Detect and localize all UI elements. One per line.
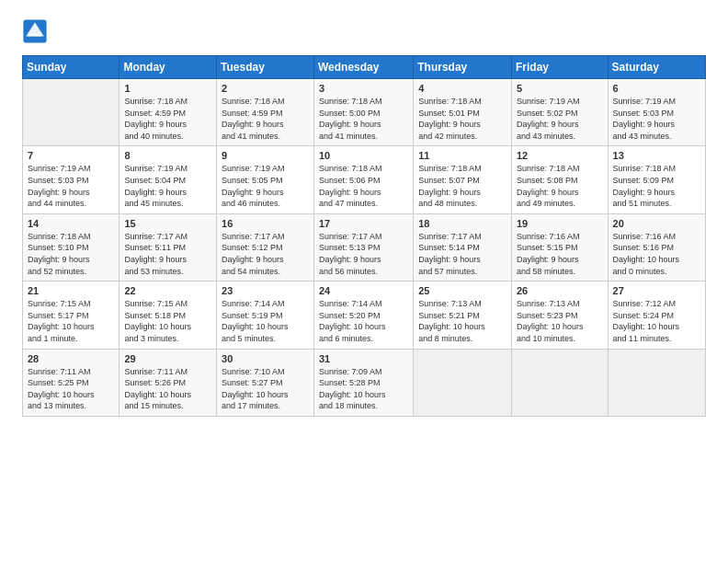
day-number: 7: [28, 150, 114, 161]
day-number: 31: [319, 353, 408, 364]
calendar-cell: 22Sunrise: 7:15 AM Sunset: 5:18 PM Dayli…: [119, 282, 217, 349]
day-info: Sunrise: 7:18 AM Sunset: 5:07 PM Dayligh…: [418, 163, 506, 209]
day-number: 6: [613, 83, 700, 94]
calendar-cell: 21Sunrise: 7:15 AM Sunset: 5:17 PM Dayli…: [23, 282, 119, 349]
calendar-cell: 29Sunrise: 7:11 AM Sunset: 5:26 PM Dayli…: [119, 349, 217, 416]
day-info: Sunrise: 7:19 AM Sunset: 5:05 PM Dayligh…: [222, 163, 309, 209]
day-info: Sunrise: 7:19 AM Sunset: 5:03 PM Dayligh…: [613, 96, 700, 142]
day-info: Sunrise: 7:15 AM Sunset: 5:17 PM Dayligh…: [28, 298, 114, 344]
day-info: Sunrise: 7:18 AM Sunset: 5:08 PM Dayligh…: [517, 163, 603, 209]
logo-icon: [22, 18, 48, 44]
day-info: Sunrise: 7:18 AM Sunset: 5:10 PM Dayligh…: [28, 231, 114, 277]
day-number: 28: [28, 353, 114, 364]
calendar-cell: 15Sunrise: 7:17 AM Sunset: 5:11 PM Dayli…: [119, 213, 217, 281]
day-info: Sunrise: 7:19 AM Sunset: 5:03 PM Dayligh…: [28, 163, 114, 209]
calendar-week-1: 1Sunrise: 7:18 AM Sunset: 4:59 PM Daylig…: [23, 79, 706, 146]
calendar-cell: 13Sunrise: 7:18 AM Sunset: 5:09 PM Dayli…: [608, 146, 705, 213]
calendar-cell: 2Sunrise: 7:18 AM Sunset: 4:59 PM Daylig…: [217, 79, 314, 146]
calendar-cell: 10Sunrise: 7:18 AM Sunset: 5:06 PM Dayli…: [313, 146, 413, 213]
calendar-cell: 12Sunrise: 7:18 AM Sunset: 5:08 PM Dayli…: [511, 146, 608, 213]
calendar-cell: 24Sunrise: 7:14 AM Sunset: 5:20 PM Dayli…: [313, 282, 413, 349]
day-number: 27: [613, 285, 700, 296]
calendar-cell: 26Sunrise: 7:13 AM Sunset: 5:23 PM Dayli…: [511, 282, 608, 349]
day-info: Sunrise: 7:18 AM Sunset: 4:59 PM Dayligh…: [124, 96, 211, 142]
day-number: 29: [124, 353, 211, 364]
calendar-cell: 25Sunrise: 7:13 AM Sunset: 5:21 PM Dayli…: [414, 282, 512, 349]
calendar-cell: [511, 349, 608, 416]
calendar-cell: 16Sunrise: 7:17 AM Sunset: 5:12 PM Dayli…: [217, 213, 314, 281]
day-number: 10: [319, 150, 408, 161]
day-header-thursday: Thursday: [414, 56, 512, 79]
calendar-cell: [608, 349, 705, 416]
day-number: 21: [28, 285, 114, 296]
calendar-cell: 14Sunrise: 7:18 AM Sunset: 5:10 PM Dayli…: [23, 213, 119, 281]
day-info: Sunrise: 7:19 AM Sunset: 5:04 PM Dayligh…: [124, 163, 211, 209]
day-number: 2: [222, 83, 309, 94]
page: SundayMondayTuesdayWednesdayThursdayFrid…: [0, 0, 728, 431]
calendar-cell: 17Sunrise: 7:17 AM Sunset: 5:13 PM Dayli…: [313, 213, 413, 281]
day-number: 16: [222, 218, 309, 229]
day-info: Sunrise: 7:14 AM Sunset: 5:20 PM Dayligh…: [319, 298, 408, 344]
calendar-cell: 31Sunrise: 7:09 AM Sunset: 5:28 PM Dayli…: [313, 349, 413, 416]
day-number: 30: [222, 353, 309, 364]
day-number: 18: [418, 218, 506, 229]
calendar-cell: 18Sunrise: 7:17 AM Sunset: 5:14 PM Dayli…: [414, 213, 512, 281]
calendar-week-3: 14Sunrise: 7:18 AM Sunset: 5:10 PM Dayli…: [23, 213, 706, 281]
day-info: Sunrise: 7:18 AM Sunset: 5:00 PM Dayligh…: [319, 96, 408, 142]
day-info: Sunrise: 7:16 AM Sunset: 5:15 PM Dayligh…: [517, 231, 603, 277]
day-info: Sunrise: 7:18 AM Sunset: 5:09 PM Dayligh…: [613, 163, 700, 209]
day-info: Sunrise: 7:18 AM Sunset: 4:59 PM Dayligh…: [222, 96, 309, 142]
day-info: Sunrise: 7:19 AM Sunset: 5:02 PM Dayligh…: [517, 96, 603, 142]
calendar-cell: 3Sunrise: 7:18 AM Sunset: 5:00 PM Daylig…: [313, 79, 413, 146]
day-info: Sunrise: 7:09 AM Sunset: 5:28 PM Dayligh…: [319, 366, 408, 412]
calendar-cell: 27Sunrise: 7:12 AM Sunset: 5:24 PM Dayli…: [608, 282, 705, 349]
day-header-wednesday: Wednesday: [313, 56, 413, 79]
day-number: 15: [124, 218, 211, 229]
day-info: Sunrise: 7:17 AM Sunset: 5:12 PM Dayligh…: [222, 231, 309, 277]
day-number: 5: [517, 83, 603, 94]
day-header-friday: Friday: [511, 56, 608, 79]
day-number: 11: [418, 150, 506, 161]
day-info: Sunrise: 7:13 AM Sunset: 5:21 PM Dayligh…: [418, 298, 506, 344]
day-number: 3: [319, 83, 408, 94]
calendar-cell: 20Sunrise: 7:16 AM Sunset: 5:16 PM Dayli…: [608, 213, 705, 281]
day-number: 20: [613, 218, 700, 229]
header: [22, 18, 706, 44]
day-number: 17: [319, 218, 408, 229]
calendar-cell: 6Sunrise: 7:19 AM Sunset: 5:03 PM Daylig…: [608, 79, 705, 146]
day-header-sunday: Sunday: [23, 56, 119, 79]
day-info: Sunrise: 7:10 AM Sunset: 5:27 PM Dayligh…: [222, 366, 309, 412]
header-row: SundayMondayTuesdayWednesdayThursdayFrid…: [23, 56, 706, 79]
day-number: 4: [418, 83, 506, 94]
logo: [22, 18, 51, 44]
day-header-saturday: Saturday: [608, 56, 705, 79]
day-number: 25: [418, 285, 506, 296]
day-info: Sunrise: 7:18 AM Sunset: 5:01 PM Dayligh…: [418, 96, 506, 142]
calendar-cell: [414, 349, 512, 416]
calendar-week-5: 28Sunrise: 7:11 AM Sunset: 5:25 PM Dayli…: [23, 349, 706, 416]
day-number: 19: [517, 218, 603, 229]
day-number: 14: [28, 218, 114, 229]
calendar-cell: 23Sunrise: 7:14 AM Sunset: 5:19 PM Dayli…: [217, 282, 314, 349]
calendar-week-4: 21Sunrise: 7:15 AM Sunset: 5:17 PM Dayli…: [23, 282, 706, 349]
day-number: 26: [517, 285, 603, 296]
svg-rect-2: [28, 34, 41, 37]
day-info: Sunrise: 7:11 AM Sunset: 5:26 PM Dayligh…: [124, 366, 211, 412]
day-info: Sunrise: 7:17 AM Sunset: 5:14 PM Dayligh…: [418, 231, 506, 277]
calendar-cell: 7Sunrise: 7:19 AM Sunset: 5:03 PM Daylig…: [23, 146, 119, 213]
calendar-cell: 11Sunrise: 7:18 AM Sunset: 5:07 PM Dayli…: [414, 146, 512, 213]
day-info: Sunrise: 7:11 AM Sunset: 5:25 PM Dayligh…: [28, 366, 114, 412]
day-info: Sunrise: 7:16 AM Sunset: 5:16 PM Dayligh…: [613, 231, 700, 277]
day-number: 12: [517, 150, 603, 161]
day-info: Sunrise: 7:14 AM Sunset: 5:19 PM Dayligh…: [222, 298, 309, 344]
day-number: 22: [124, 285, 211, 296]
day-number: 1: [124, 83, 211, 94]
calendar-cell: 28Sunrise: 7:11 AM Sunset: 5:25 PM Dayli…: [23, 349, 119, 416]
day-header-tuesday: Tuesday: [217, 56, 314, 79]
day-info: Sunrise: 7:12 AM Sunset: 5:24 PM Dayligh…: [613, 298, 700, 344]
calendar-cell: 9Sunrise: 7:19 AM Sunset: 5:05 PM Daylig…: [217, 146, 314, 213]
day-number: 24: [319, 285, 408, 296]
day-number: 9: [222, 150, 309, 161]
day-number: 13: [613, 150, 700, 161]
day-info: Sunrise: 7:15 AM Sunset: 5:18 PM Dayligh…: [124, 298, 211, 344]
